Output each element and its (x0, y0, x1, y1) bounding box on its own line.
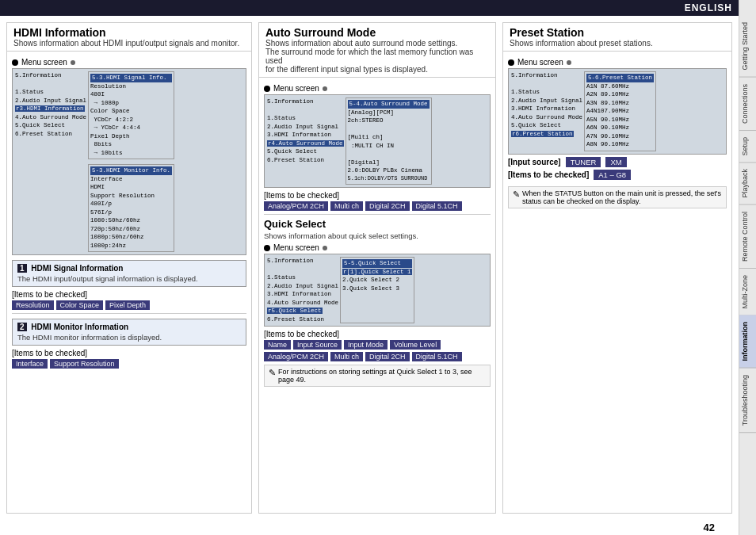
auto-surround-body: Menu screen 5.Information 1.Status 2.Aud… (259, 78, 495, 513)
hdmi-screen-right-cols: 5-3.HDMI Signal Info. Resolution 480I → … (88, 71, 174, 252)
sidebar-playback: Playback (739, 162, 756, 205)
badge-name: Name (264, 340, 291, 350)
language-label: ENGLISH (685, 2, 732, 13)
badge-input-mode: Input Mode (344, 340, 388, 350)
badge-multi-ch: Multi ch (330, 201, 363, 211)
hdmi-information-panel: HDMI Information Shows information about… (6, 22, 252, 514)
main-content: ENGLISH HDMI Information Shows informati… (0, 0, 739, 535)
hdmi-monitor-info-box: 5-3.HDMI Monitor Info. Interface HDMI Su… (88, 164, 174, 252)
hdmi-screen-mock: 5.Information 1.Status 2.Audio Input Sig… (12, 68, 246, 255)
ps-items-checked-label: [Items to be checked] (508, 170, 589, 179)
as-bullet-right (323, 86, 327, 91)
sidebar-remote-control: Remote Control (739, 205, 756, 269)
bullet-right (71, 60, 75, 65)
ps-screen-mock: 5.Information 1.Status 2.Audio Input Sig… (508, 68, 727, 155)
ps-input-source-row: [Input source] TUNER XM (508, 157, 727, 167)
page-number: 42 (0, 520, 739, 535)
top-bar: ENGLISH (0, 0, 739, 16)
auto-surround-screen: 5.Information 1.Status 2.Audio Input Sig… (264, 94, 491, 188)
sidebar-troubleshooting: Troubleshooting (739, 369, 756, 433)
qs-bullet-left (264, 245, 270, 251)
hdmi-signal-info-box: 5-3.HDMI Signal Info. Resolution 480I → … (88, 71, 174, 159)
badge-pixeldepth: Pixel Depth (105, 300, 150, 310)
auto-surround-title-text: Auto Surround Mode (265, 26, 376, 39)
qs-badges-row1: Name Input Source Input Mode Volume Leve… (264, 340, 491, 350)
preset-station-subtitle: Shows information about preset stations. (510, 39, 725, 48)
auto-surround-title: Auto Surround Mode Shows information abo… (259, 23, 495, 78)
qs-badge-multi-ch: Multi ch (330, 352, 363, 361)
sidebar-getting-started: Getting Started (739, 16, 756, 78)
hdmi-screen-left: 5.Information 1.Status 2.Audio Input Sig… (15, 71, 86, 252)
auto-surround-menu-screen-row: Menu screen (264, 84, 491, 93)
hdmi-signal-header: 1 HDMI Signal Information (17, 264, 241, 273)
sidebar-setup: Setup (739, 131, 756, 163)
ps-input-source-label: [Input source] (508, 158, 561, 166)
badge-colorspace: Color Space (56, 300, 104, 310)
badge-support-resolution: Support Resolution (50, 359, 119, 369)
as-menu-screen-label: Menu screen (273, 84, 319, 93)
auto-surround-subtitle2: The surround mode for which the last mem… (265, 48, 489, 65)
xm-badge: XM (605, 157, 626, 167)
as-screen-left: 5.Information 1.Status 2.Audio Input Sig… (267, 97, 344, 185)
section1-title: HDMI Signal Information (31, 264, 123, 273)
badge-digital-2ch: Digital 2CH (365, 201, 410, 211)
ps-pencil-icon: ✎ (513, 189, 520, 200)
mid-panel: Auto Surround Mode Shows information abo… (258, 22, 496, 514)
badges-row-1: Resolution Color Space Pixel Depth (12, 300, 246, 310)
qs-screen-left: 5.Information 1.Status 2.Audio Input Sig… (267, 257, 338, 323)
sidebar-connections: Connections (739, 78, 756, 131)
preset-station-title: Preset Station Shows information about p… (503, 23, 731, 52)
ps-bullet-left (508, 59, 514, 66)
badge-interface: Interface (12, 359, 48, 369)
quick-select-title: Quick Select (264, 218, 491, 230)
ps-screen-left: 5.Information 1.Status 2.Audio Input Sig… (511, 71, 582, 151)
auto-surround-subtitle3: for the different input signal types is … (265, 65, 489, 74)
hdmi-info-subtitle: Shows information about HDMI input/outpu… (13, 39, 245, 48)
items-label-1: [Items to be checked] (12, 290, 246, 299)
qs-menu-screen-row: Menu screen (264, 243, 491, 252)
as-items-label: [Items to be checked] (264, 191, 491, 200)
as-screen-right: 5-4.Auto Surround Mode [Analog][PCM] 2ch… (346, 97, 432, 185)
badge-analog-pcm-2ch: Analog/PCM 2CH (264, 201, 328, 211)
ps-bullet-right (567, 60, 571, 65)
bullet-left (12, 59, 18, 66)
quick-select-section: Quick Select Shows information about qui… (264, 218, 491, 387)
qs-badges-row2: Analog/PCM 2CH Multi ch Digital 2CH Digi… (264, 352, 491, 361)
qs-badge-digital-51ch: Digital 5.1CH (412, 352, 462, 361)
sidebar-information: Information (739, 315, 756, 369)
qs-screen-mock: 5.Information 1.Status 2.Audio Input Sig… (264, 254, 491, 327)
hdmi-signal-section: 1 HDMI Signal Information The HDMI input… (12, 260, 246, 287)
badges-row-2: Interface Support Resolution (12, 359, 246, 369)
preset-station-title-text: Preset Station (510, 26, 584, 39)
quick-select-subtitle: Shows information about quick select set… (264, 231, 491, 240)
hdmi-menu-screen-row: Menu screen (12, 58, 246, 67)
preset-station-panel: Preset Station Shows information about p… (502, 22, 732, 514)
qs-note-box: ✎ For instructions on storing settings a… (264, 365, 491, 387)
ps-menu-screen-row: Menu screen (508, 58, 727, 67)
content-area: HDMI Information Shows information about… (0, 16, 739, 520)
mid-divider (264, 214, 491, 215)
ps-menu-screen-label: Menu screen (517, 58, 563, 67)
a1-g8-badge: A1 – G8 (594, 170, 631, 180)
qs-badge-digital-2ch: Digital 2CH (365, 352, 410, 361)
badge-resolution: Resolution (12, 300, 54, 310)
hdmi-info-title-text: HDMI Information (13, 26, 106, 39)
hdmi-monitor-section: 2 HDMI Monitor Information The HDMI moni… (12, 319, 246, 346)
hdmi-menu-screen-label: Menu screen (21, 58, 67, 67)
qs-menu-screen-label: Menu screen (273, 243, 319, 252)
hdmi-information-title: HDMI Information Shows information about… (7, 23, 251, 52)
qs-badge-analog-pcm-2ch: Analog/PCM 2CH (264, 352, 328, 361)
auto-surround-subtitle1: Shows information about auto surround mo… (265, 39, 489, 48)
badge-volume-level: Volume Level (390, 340, 441, 350)
section2-title: HDMI Monitor Information (31, 323, 128, 331)
pencil-icon: ✎ (269, 368, 276, 378)
divider1 (12, 313, 246, 314)
badge-digital-51ch: Digital 5.1CH (412, 201, 462, 211)
hdmi-monitor-header: 2 HDMI Monitor Information (17, 323, 241, 331)
sidebar: Getting Started Connections Setup Playba… (739, 0, 756, 535)
badge-input-source: Input Source (293, 340, 342, 350)
section2-desc: The HDMI monitor information is displaye… (17, 333, 241, 342)
ps-note-text: When the STATUS button on the main unit … (522, 189, 722, 205)
ps-items-checked-row: [Items to be checked] A1 – G8 (508, 170, 727, 180)
qs-screen-right: 5-5.Quick Select r[1].Quick Select 1 2.Q… (340, 257, 414, 323)
